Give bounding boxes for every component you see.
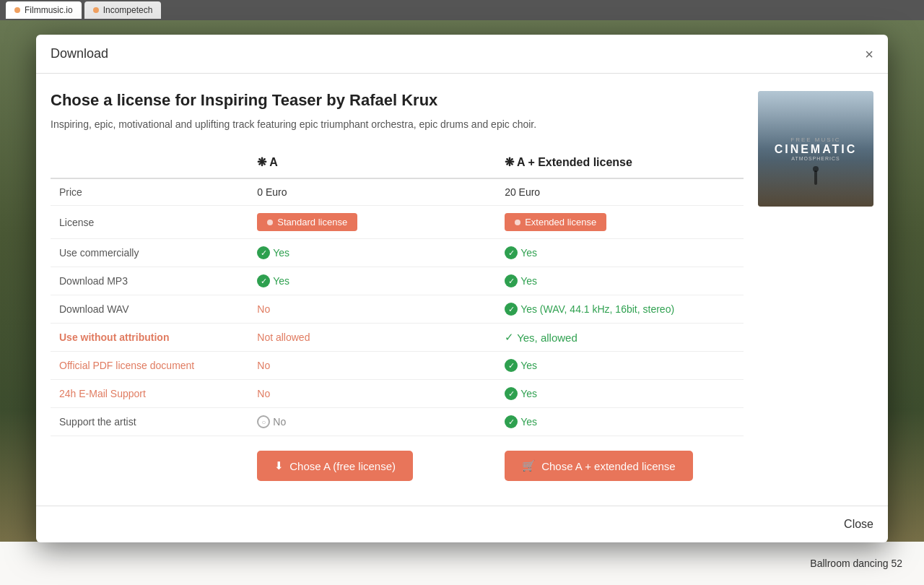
album-figure bbox=[808, 170, 823, 196]
tab-label-incompetech: Incompetech bbox=[103, 5, 153, 15]
figure-person bbox=[814, 170, 817, 185]
footer-close-button[interactable]: Close bbox=[844, 518, 873, 531]
tab-label-filmmusic: Filmmusic.io bbox=[25, 5, 73, 15]
check-icon-b7: ✓ bbox=[505, 415, 518, 428]
check-icon-a2: ✓ bbox=[257, 274, 270, 287]
price-label: Price bbox=[51, 178, 248, 206]
badge-dot-b bbox=[515, 220, 520, 225]
row-download-wav: Download WAV No ✓ Yes (WAV, 44.1 kHz, 16… bbox=[51, 295, 744, 324]
support-a-value: ○ No bbox=[257, 415, 487, 428]
check-icon-b5: ✓ bbox=[505, 359, 518, 372]
use-commercially-b-value: ✓ Yes bbox=[505, 246, 735, 259]
license-badge-b: Extended license bbox=[496, 206, 744, 239]
price-a: 0 Euro bbox=[248, 178, 496, 206]
modal-header: Download × bbox=[36, 35, 888, 74]
download-modal: Download × Chose a license for Inspiring… bbox=[36, 35, 888, 542]
check-icon-b1: ✓ bbox=[505, 246, 518, 259]
btn-a-cell: ⬇ Chose A (free license) bbox=[248, 436, 496, 489]
download-mp3-label: Download MP3 bbox=[51, 267, 248, 295]
track-title: Chose a license for Inspiring Teaser by … bbox=[51, 91, 744, 110]
check-icon-b6: ✓ bbox=[505, 387, 518, 400]
album-title: CINEMATIC bbox=[775, 143, 858, 156]
row-pdf: Official PDF license document No ✓ Yes bbox=[51, 352, 744, 380]
check-icon-a1: ✓ bbox=[257, 246, 270, 259]
use-commercially-label: Use commercially bbox=[51, 239, 248, 267]
pdf-a-value: No bbox=[257, 360, 270, 371]
btn-b-cell: 🛒 Chose A + extended license bbox=[496, 436, 744, 489]
standard-license-badge: Standard license bbox=[257, 213, 357, 231]
download-wav-a: No bbox=[248, 295, 496, 324]
email-b-value: ✓ Yes bbox=[505, 387, 735, 400]
check-icon-b2: ✓ bbox=[505, 274, 518, 287]
download-icon-a: ⬇ bbox=[274, 459, 284, 472]
license-label: License bbox=[51, 206, 248, 239]
pdf-label: Official PDF license document bbox=[51, 352, 248, 380]
modal-title: Download bbox=[51, 46, 108, 61]
row-license: License Standard license Exten bbox=[51, 206, 744, 239]
email-link-label[interactable]: 24h E-Mail Support bbox=[59, 388, 146, 399]
row-email: 24h E-Mail Support No ✓ Yes bbox=[51, 380, 744, 408]
album-art-section: FREE MUSIC CINEMATIC ATMOSPHERICS bbox=[758, 91, 873, 488]
email-a-value: No bbox=[257, 388, 270, 399]
row-price: Price 0 Euro 20 Euro bbox=[51, 178, 744, 206]
row-download-mp3: Download MP3 ✓ Yes ✓ Yes bbox=[51, 267, 744, 295]
no-icon-a: ○ bbox=[257, 415, 270, 428]
attribution-a: Not allowed bbox=[248, 324, 496, 352]
album-text: FREE MUSIC CINEMATIC ATMOSPHERICS bbox=[775, 136, 858, 161]
btn-empty bbox=[51, 436, 248, 489]
price-b: 20 Euro bbox=[496, 178, 744, 206]
support-b: ✓ Yes bbox=[496, 408, 744, 436]
tab-filmmusic[interactable]: Filmmusic.io bbox=[6, 1, 82, 19]
row-attribution: Use without attribution Not allowed ✓ Ye… bbox=[51, 324, 744, 352]
use-commercially-b: ✓ Yes bbox=[496, 239, 744, 267]
col-b-header: ❋ A + Extended license bbox=[496, 147, 744, 178]
download-wav-label: Download WAV bbox=[51, 295, 248, 324]
tab-incompetech[interactable]: Incompetech bbox=[84, 1, 162, 19]
download-mp3-a: ✓ Yes bbox=[248, 267, 496, 295]
download-wav-a-value: No bbox=[257, 303, 270, 315]
album-image: FREE MUSIC CINEMATIC ATMOSPHERICS bbox=[758, 91, 873, 207]
attribution-b: ✓ Yes, allowed bbox=[496, 324, 744, 352]
modal-close-button[interactable]: × bbox=[865, 47, 873, 61]
badge-dot-a bbox=[267, 220, 273, 225]
choose-b-button[interactable]: 🛒 Chose A + extended license bbox=[505, 451, 693, 481]
download-mp3-b: ✓ Yes bbox=[496, 267, 744, 295]
modal-overlay: Download × Chose a license for Inspiring… bbox=[0, 20, 924, 585]
album-free-music: FREE MUSIC bbox=[775, 136, 858, 143]
pdf-b-value: ✓ Yes bbox=[505, 359, 735, 372]
email-a: No bbox=[248, 380, 496, 408]
extended-license-badge: Extended license bbox=[505, 213, 606, 231]
email-label: 24h E-Mail Support bbox=[51, 380, 248, 408]
support-b-value: ✓ Yes bbox=[505, 415, 735, 428]
tab-dot-incompetech bbox=[93, 7, 99, 13]
attribution-a-value: Not allowed bbox=[257, 332, 310, 343]
attribution-label: Use without attribution bbox=[51, 324, 248, 352]
modal-body: Chose a license for Inspiring Teaser by … bbox=[36, 74, 888, 506]
check-icon-b4: ✓ bbox=[505, 331, 514, 344]
modal-footer: Close bbox=[36, 506, 888, 542]
download-wav-b-value: ✓ Yes (WAV, 44.1 kHz, 16bit, stereo) bbox=[505, 303, 735, 316]
choose-b-label: Chose A + extended license bbox=[541, 460, 676, 472]
license-badge-a: Standard license bbox=[248, 206, 496, 239]
check-icon-b3: ✓ bbox=[505, 303, 518, 316]
standard-license-text: Standard license bbox=[277, 217, 347, 228]
pdf-link-label[interactable]: Official PDF license document bbox=[59, 360, 194, 371]
support-label: Support the artist bbox=[51, 408, 248, 436]
use-commercially-a-value: ✓ Yes bbox=[257, 246, 487, 259]
choose-a-button[interactable]: ⬇ Chose A (free license) bbox=[257, 451, 413, 481]
row-use-commercially: Use commercially ✓ Yes ✓ Yes bbox=[51, 239, 744, 267]
support-a: ○ No bbox=[248, 408, 496, 436]
cart-icon-b: 🛒 bbox=[522, 459, 536, 472]
track-description: Inspiring, epic, motivational and uplift… bbox=[51, 117, 744, 132]
modal-main-content: Chose a license for Inspiring Teaser by … bbox=[51, 91, 744, 488]
col-empty-header bbox=[51, 147, 248, 178]
tab-dot-filmmusic bbox=[14, 7, 20, 13]
row-buttons: ⬇ Chose A (free license) 🛒 Chose A + ext… bbox=[51, 436, 744, 489]
col-a-header: ❋ A bbox=[248, 147, 496, 178]
pdf-a: No bbox=[248, 352, 496, 380]
extended-license-text: Extended license bbox=[525, 217, 596, 228]
download-wav-b: ✓ Yes (WAV, 44.1 kHz, 16bit, stereo) bbox=[496, 295, 744, 324]
download-mp3-b-value: ✓ Yes bbox=[505, 274, 735, 287]
license-table: ❋ A ❋ A + Extended license Price 0 Euro … bbox=[51, 147, 744, 488]
pdf-b: ✓ Yes bbox=[496, 352, 744, 380]
